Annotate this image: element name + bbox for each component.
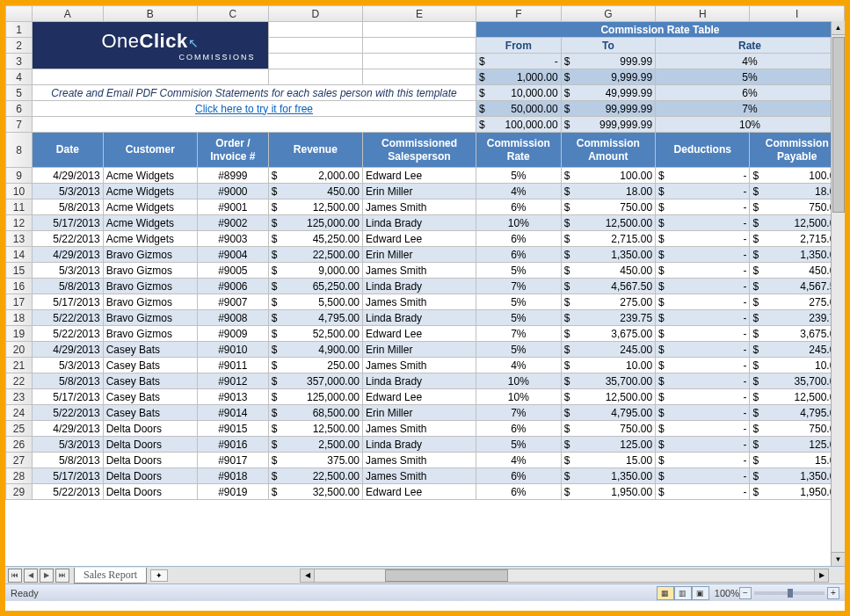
hdr-deductions[interactable]: Deductions xyxy=(656,133,750,168)
cell-salesperson[interactable]: Linda Brady xyxy=(363,437,476,453)
row-header[interactable]: 17 xyxy=(6,294,33,310)
row-header[interactable]: 21 xyxy=(6,358,33,373)
cell-deductions[interactable]: $- xyxy=(656,358,750,373)
cell-date[interactable]: 4/29/2013 xyxy=(33,421,104,437)
cell-salesperson[interactable]: James Smith xyxy=(363,468,476,484)
cell-customer[interactable]: Acme Widgets xyxy=(103,184,197,199)
row-header[interactable]: 15 xyxy=(6,263,33,279)
row-header[interactable]: 26 xyxy=(6,437,33,453)
rate-cell[interactable]: 7% xyxy=(656,101,845,117)
rate-cell[interactable]: $1,000.00 xyxy=(476,69,561,85)
tab-last-icon[interactable]: ⏭ xyxy=(55,569,69,583)
col-header-G[interactable]: G xyxy=(561,6,655,22)
cell-revenue[interactable]: $52,500.00 xyxy=(268,326,362,342)
cell-amount[interactable]: $4,567.50 xyxy=(561,279,655,294)
cell-revenue[interactable]: $12,500.00 xyxy=(268,199,362,215)
cell-order[interactable]: #9019 xyxy=(198,484,269,500)
cell-date[interactable]: 5/3/2013 xyxy=(33,263,104,279)
cell-customer[interactable]: Casey Bats xyxy=(103,358,197,373)
promo-link[interactable]: Click here to try it for free xyxy=(33,101,476,117)
cell-customer[interactable]: Casey Bats xyxy=(103,373,197,389)
tab-first-icon[interactable]: ⏮ xyxy=(8,569,22,583)
cell-salesperson[interactable]: Erin Miller xyxy=(363,247,476,263)
row-header-4[interactable]: 4 xyxy=(6,69,33,85)
cell-amount[interactable]: $12,500.00 xyxy=(561,215,655,231)
vertical-scrollbar[interactable]: ▲ ▼ xyxy=(831,21,845,566)
cell-deductions[interactable]: $- xyxy=(656,326,750,342)
cell-salesperson[interactable]: Linda Brady xyxy=(363,215,476,231)
cell-customer[interactable]: Acme Widgets xyxy=(103,231,197,247)
cell-rate[interactable]: 6% xyxy=(476,199,561,215)
cell-order[interactable]: #9012 xyxy=(198,373,269,389)
cell-date[interactable]: 5/3/2013 xyxy=(33,437,104,453)
row-header-2[interactable]: 2 xyxy=(6,38,33,54)
worksheet-area[interactable]: A B C D E F G H I 1 OneClick↖ COMMISSION… xyxy=(5,5,845,566)
rate-cell[interactable]: 4% xyxy=(656,54,845,69)
rate-cell[interactable]: $999,999.99 xyxy=(561,117,655,133)
zoom-in-icon[interactable]: + xyxy=(827,587,839,599)
cell-rate[interactable]: 5% xyxy=(476,294,561,310)
cell-amount[interactable]: $750.00 xyxy=(561,421,655,437)
cell-amount[interactable]: $35,700.00 xyxy=(561,373,655,389)
cell-rate[interactable]: 7% xyxy=(476,405,561,421)
row-header[interactable]: 18 xyxy=(6,310,33,326)
cell-revenue[interactable]: $4,795.00 xyxy=(268,310,362,326)
tab-prev-icon[interactable]: ◀ xyxy=(24,569,38,583)
cell-order[interactable]: #9014 xyxy=(198,405,269,421)
row-header[interactable]: 29 xyxy=(6,484,33,500)
row-header-8[interactable]: 8 xyxy=(6,133,33,168)
zoom-slider[interactable] xyxy=(754,591,825,595)
hdr-order[interactable]: Order / Invoice # xyxy=(198,133,269,168)
cell-date[interactable]: 5/22/2013 xyxy=(33,231,104,247)
cell-customer[interactable]: Delta Doors xyxy=(103,437,197,453)
view-page-layout-icon[interactable]: ▥ xyxy=(674,586,692,600)
cell-rate[interactable]: 6% xyxy=(476,421,561,437)
scroll-left-icon[interactable]: ◀ xyxy=(301,569,315,582)
row-header[interactable]: 16 xyxy=(6,279,33,294)
rate-from-hdr[interactable]: From xyxy=(476,38,561,54)
cell-date[interactable]: 5/22/2013 xyxy=(33,405,104,421)
col-header-A[interactable]: A xyxy=(33,6,104,22)
hdr-date[interactable]: Date xyxy=(33,133,104,168)
cell[interactable] xyxy=(268,38,362,54)
cell-customer[interactable]: Bravo Gizmos xyxy=(103,263,197,279)
cell-revenue[interactable]: $250.00 xyxy=(268,358,362,373)
rate-cell[interactable]: $49,999.99 xyxy=(561,85,655,101)
cell-deductions[interactable]: $- xyxy=(656,263,750,279)
cell-date[interactable]: 5/8/2013 xyxy=(33,199,104,215)
cell-amount[interactable]: $1,950.00 xyxy=(561,484,655,500)
cell-rate[interactable]: 7% xyxy=(476,326,561,342)
cell-revenue[interactable]: $2,000.00 xyxy=(268,168,362,184)
cell-amount[interactable]: $275.00 xyxy=(561,294,655,310)
rate-cell[interactable]: 6% xyxy=(656,85,845,101)
cell-rate[interactable]: 4% xyxy=(476,358,561,373)
cell-salesperson[interactable]: James Smith xyxy=(363,358,476,373)
row-header-6[interactable]: 6 xyxy=(6,101,33,117)
cell-customer[interactable]: Casey Bats xyxy=(103,342,197,358)
cell-revenue[interactable]: $65,250.00 xyxy=(268,279,362,294)
cell-deductions[interactable]: $- xyxy=(656,294,750,310)
row-header[interactable]: 11 xyxy=(6,199,33,215)
cell-date[interactable]: 4/29/2013 xyxy=(33,342,104,358)
col-header-F[interactable]: F xyxy=(476,6,561,22)
row-header[interactable]: 10 xyxy=(6,184,33,199)
cell-revenue[interactable]: $22,500.00 xyxy=(268,468,362,484)
view-page-break-icon[interactable]: ▣ xyxy=(692,586,709,600)
view-normal-icon[interactable]: ▦ xyxy=(657,586,674,600)
cell-deductions[interactable]: $- xyxy=(656,389,750,405)
cell-rate[interactable]: 7% xyxy=(476,279,561,294)
cell-amount[interactable]: $3,675.00 xyxy=(561,326,655,342)
cell-date[interactable]: 5/22/2013 xyxy=(33,326,104,342)
cell-revenue[interactable]: $22,500.00 xyxy=(268,247,362,263)
cell[interactable] xyxy=(33,117,476,133)
row-header[interactable]: 19 xyxy=(6,326,33,342)
cell-rate[interactable]: 10% xyxy=(476,389,561,405)
cell-salesperson[interactable]: James Smith xyxy=(363,199,476,215)
cell-date[interactable]: 5/17/2013 xyxy=(33,389,104,405)
rate-cell[interactable]: $99,999.99 xyxy=(561,101,655,117)
cell-deductions[interactable]: $- xyxy=(656,453,750,468)
cell-amount[interactable]: $450.00 xyxy=(561,263,655,279)
cell-rate[interactable]: 5% xyxy=(476,437,561,453)
cell-customer[interactable]: Delta Doors xyxy=(103,468,197,484)
cell[interactable] xyxy=(363,38,476,54)
